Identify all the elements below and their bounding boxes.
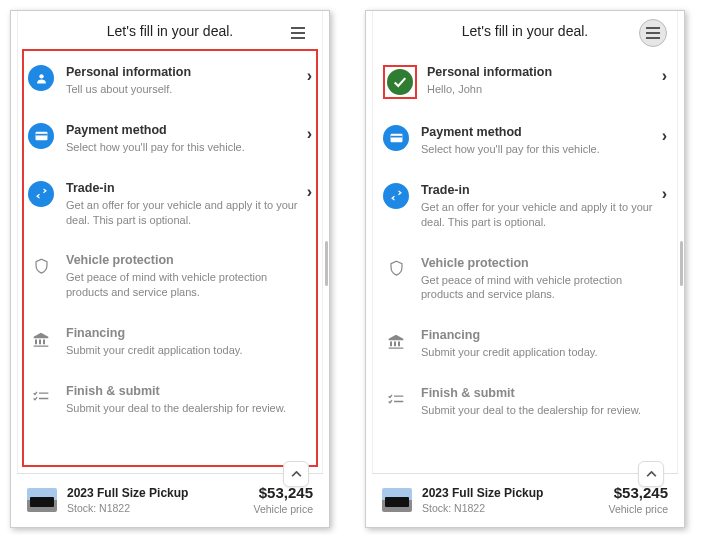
step-desc: Select how you'll pay for this vehicle.	[66, 140, 301, 155]
screenshot-left: Let's fill in your deal. Personal inform…	[10, 10, 330, 528]
page-title: Let's fill in your deal.	[107, 23, 233, 39]
step-title: Vehicle protection	[421, 256, 667, 270]
highlight-box	[383, 65, 417, 99]
svg-point-0	[39, 74, 43, 78]
price-label: Vehicle price	[253, 503, 313, 515]
menu-button[interactable]	[284, 19, 312, 47]
header: Let's fill in your deal.	[373, 11, 677, 49]
step-personal[interactable]: Personal information Tell us about yours…	[28, 55, 312, 113]
vehicle-name: 2023 Full Size Pickup	[422, 486, 608, 500]
scrollbar[interactable]	[325, 241, 328, 286]
shield-icon	[28, 253, 54, 279]
scrollbar[interactable]	[680, 241, 683, 286]
swap-icon	[383, 183, 409, 209]
vehicle-thumbnail	[382, 488, 412, 512]
step-payment[interactable]: Payment method Select how you'll pay for…	[383, 115, 667, 173]
vehicle-footer: 2023 Full Size Pickup Stock: N1822 $53,2…	[17, 473, 323, 527]
expand-button[interactable]	[283, 461, 309, 487]
checklist-icon	[383, 386, 409, 412]
step-desc: Tell us about yourself.	[66, 82, 301, 97]
swap-icon	[28, 181, 54, 207]
bank-icon	[383, 328, 409, 354]
chevron-right-icon: ›	[307, 125, 312, 143]
chevron-right-icon: ›	[662, 67, 667, 85]
menu-button[interactable]	[639, 19, 667, 47]
header: Let's fill in your deal.	[18, 11, 322, 49]
step-title: Personal information	[427, 65, 656, 79]
step-desc: Get an offer for your vehicle and apply …	[421, 200, 656, 230]
step-title: Financing	[421, 328, 667, 342]
step-protection: Vehicle protection Get peace of mind wit…	[28, 243, 312, 316]
step-desc: Get an offer for your vehicle and apply …	[66, 198, 301, 228]
step-title: Financing	[66, 326, 312, 340]
vehicle-stock: Stock: N1822	[67, 502, 253, 514]
expand-button[interactable]	[638, 461, 664, 487]
step-title: Payment method	[66, 123, 301, 137]
chevron-right-icon: ›	[307, 67, 312, 85]
step-tradein[interactable]: Trade-in Get an offer for your vehicle a…	[383, 173, 667, 246]
step-desc: Hello, John	[427, 82, 656, 97]
step-personal[interactable]: Personal information Hello, John ›	[383, 55, 667, 115]
page-title: Let's fill in your deal.	[462, 23, 588, 39]
step-desc: Get peace of mind with vehicle protectio…	[66, 270, 312, 300]
check-icon	[387, 69, 413, 95]
shield-icon	[383, 256, 409, 282]
step-title: Personal information	[66, 65, 301, 79]
step-financing: Financing Submit your credit application…	[28, 316, 312, 374]
step-title: Trade-in	[66, 181, 301, 195]
vehicle-footer: 2023 Full Size Pickup Stock: N1822 $53,2…	[372, 473, 678, 527]
step-desc: Submit your deal to the dealership for r…	[421, 403, 667, 418]
step-desc: Submit your credit application today.	[66, 343, 312, 358]
hamburger-icon	[291, 27, 305, 39]
bank-icon	[28, 326, 54, 352]
step-tradein[interactable]: Trade-in Get an offer for your vehicle a…	[28, 171, 312, 244]
step-desc: Submit your deal to the dealership for r…	[66, 401, 312, 416]
checklist-icon	[28, 384, 54, 410]
vehicle-thumbnail	[27, 488, 57, 512]
chevron-right-icon: ›	[662, 185, 667, 203]
step-financing: Financing Submit your credit application…	[383, 318, 667, 376]
screenshot-right: Let's fill in your deal. Personal inform…	[365, 10, 685, 528]
step-title: Finish & submit	[421, 386, 667, 400]
steps-list: Personal information Tell us about yours…	[18, 49, 322, 473]
step-desc: Get peace of mind with vehicle protectio…	[421, 273, 667, 303]
chevron-right-icon: ›	[307, 183, 312, 201]
step-title: Trade-in	[421, 183, 656, 197]
step-payment[interactable]: Payment method Select how you'll pay for…	[28, 113, 312, 171]
step-title: Vehicle protection	[66, 253, 312, 267]
hamburger-icon	[646, 27, 660, 39]
person-icon	[28, 65, 54, 91]
step-finish: Finish & submit Submit your deal to the …	[28, 374, 312, 432]
card-icon	[383, 125, 409, 151]
svg-rect-1	[35, 132, 47, 141]
step-finish: Finish & submit Submit your deal to the …	[383, 376, 667, 434]
card-icon	[28, 123, 54, 149]
svg-rect-3	[390, 134, 402, 143]
step-protection: Vehicle protection Get peace of mind wit…	[383, 246, 667, 319]
svg-rect-2	[35, 134, 47, 136]
chevron-right-icon: ›	[662, 127, 667, 145]
vehicle-name: 2023 Full Size Pickup	[67, 486, 253, 500]
step-title: Finish & submit	[66, 384, 312, 398]
step-desc: Select how you'll pay for this vehicle.	[421, 142, 656, 157]
step-desc: Submit your credit application today.	[421, 345, 667, 360]
step-title: Payment method	[421, 125, 656, 139]
svg-rect-4	[390, 136, 402, 138]
price-label: Vehicle price	[608, 503, 668, 515]
steps-list: Personal information Hello, John › Payme…	[373, 49, 677, 473]
vehicle-stock: Stock: N1822	[422, 502, 608, 514]
